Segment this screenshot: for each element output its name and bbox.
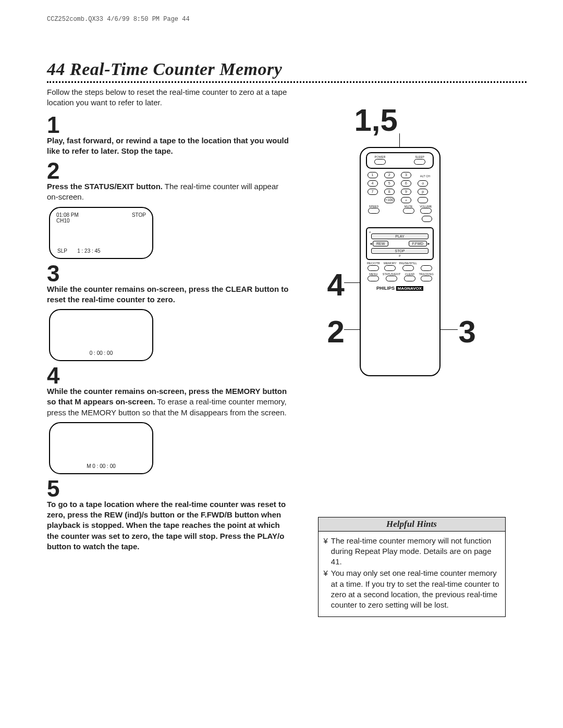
num-2[interactable]: 2 [384, 172, 395, 178]
step-1-text: Play, fast forward, or rewind a tape to … [47, 135, 292, 157]
track-up-button[interactable] [421, 265, 432, 271]
rec-otr-button[interactable] [368, 265, 379, 271]
left-column: 1 Play, fast forward, or rewind a tape t… [47, 110, 302, 618]
callout-4: 4 [327, 267, 345, 303]
plus100-button[interactable]: o [401, 197, 411, 203]
dotted-rule [47, 81, 527, 83]
callout-2: 2 [327, 314, 345, 350]
step-4-number: 4 [47, 364, 302, 387]
status-exit-button[interactable] [386, 276, 397, 281]
mute-button[interactable] [403, 208, 414, 214]
hint-2: ¥You may only set one real-time counter … [324, 568, 500, 610]
chan-down[interactable] [418, 197, 428, 203]
step-1-number: 1 [47, 114, 302, 137]
power-button[interactable] [374, 159, 386, 165]
step-5-number: 5 [47, 477, 302, 500]
altch-button[interactable]: o [418, 180, 428, 187]
rew-button[interactable]: REW [373, 241, 388, 246]
step-3-text: While the counter remains on-screen, pre… [47, 284, 292, 305]
step-4-text: While the counter remains on-screen, pre… [47, 386, 292, 418]
page-title: 44 Real-Time Counter Memory [47, 59, 527, 79]
step-3-number: 3 [47, 262, 302, 285]
num-5[interactable]: 5 [384, 180, 395, 187]
clear-button[interactable] [404, 276, 415, 281]
step-2-number: 2 [47, 159, 302, 182]
remote-control: POWER SLEEP 1 2 3 ALT CH 4 5 6 o 7 8 9 p [360, 147, 440, 376]
num-0[interactable]: +100 [384, 197, 395, 203]
number-pad: 1 2 3 ALT CH 4 5 6 o 7 8 9 p +100 o [368, 172, 433, 203]
step-5-text: To go to a tape location where the real-… [47, 499, 292, 552]
play-button[interactable]: PLAY [371, 233, 429, 239]
brand-label: PHILIPS MAGNAVOX [365, 286, 435, 291]
intro-text: Follow the steps below to reset the real… [47, 87, 308, 108]
num-8[interactable]: 8 [384, 189, 395, 195]
helpful-hints-box: Helpful Hints ¥The real-time counter mem… [318, 517, 506, 618]
vol-down[interactable] [422, 216, 432, 222]
num-1[interactable]: 1 [368, 172, 378, 178]
menu-button[interactable] [368, 276, 379, 281]
sleep-button[interactable] [414, 159, 425, 165]
speed-button[interactable] [368, 208, 380, 214]
num-3[interactable]: 3 [401, 172, 411, 178]
stop-button[interactable]: STOP [371, 248, 429, 254]
screen-c: M 0 : 00 : 00 [49, 422, 153, 474]
num-9[interactable]: 9 [401, 189, 411, 195]
right-column: 1,5 4 2 3 POWER SLEEP 1 2 3 ALT [318, 110, 527, 618]
remote-diagram: 1,5 4 2 3 POWER SLEEP 1 2 3 ALT [318, 105, 527, 397]
print-header: CCZ252comb.QX33 4/6/99 8:50 PM Page 44 [47, 16, 527, 23]
callout-1-5: 1,5 [354, 102, 398, 138]
num-7[interactable]: 7 [368, 189, 378, 195]
memory-button[interactable] [384, 265, 396, 271]
screen-a: 01:08 PM STOP CH10 SLP 1 : 23 : 45 [49, 207, 153, 259]
callout-3: 3 [459, 314, 476, 350]
vol-up[interactable] [420, 208, 432, 214]
num-6[interactable]: 6 [401, 180, 411, 187]
chan-up[interactable]: p [418, 189, 428, 195]
transport-controls: o PLAY ◄ REW F.FWD ► STOP p [366, 227, 434, 260]
hint-1: ¥The real-time counter memory will not f… [324, 536, 500, 567]
page-number: 44 [47, 59, 65, 79]
num-4[interactable]: 4 [368, 180, 378, 187]
pause-still-button[interactable] [402, 265, 414, 271]
step-2-text: Press the STATUS/EXIT button. The real-t… [47, 181, 292, 203]
track-down-button[interactable] [421, 276, 432, 281]
ffwd-button[interactable]: F.FWD [409, 241, 427, 246]
screen-b: 0 : 00 : 00 [49, 309, 153, 361]
hints-title: Helpful Hints [319, 517, 505, 532]
title-text: Real-Time Counter Memory [70, 59, 282, 79]
